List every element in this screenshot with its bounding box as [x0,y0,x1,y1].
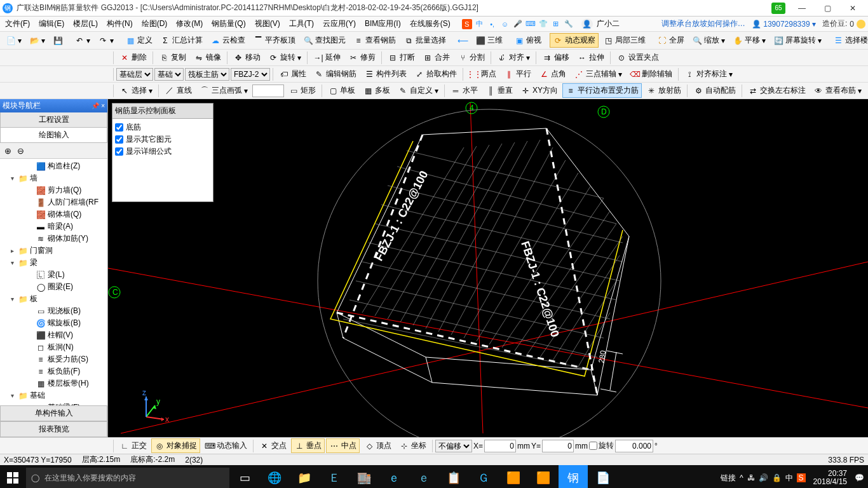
rebar-display-panel[interactable]: 钢筋显示控制面板 底筋 显示其它图元 显示详细公式 [112,103,214,202]
vertex-button[interactable]: ◇顶点 [361,438,395,453]
beans-counter[interactable]: 造价豆:0 [822,18,865,29]
two-point-button[interactable]: ⋮⋮两点 [466,67,499,81]
tree-node[interactable]: ≋砌体加筋(Y) [0,233,107,245]
select-floor-button[interactable]: ☰选择楼层 [830,33,868,48]
move-button[interactable]: ✥移动 [230,50,264,65]
fullscreen-button[interactable]: ⛶全屏 [654,33,688,48]
layer-select[interactable]: 基础层 [116,68,153,81]
tray-sound-icon[interactable]: 🔊 [759,473,768,482]
tree-node[interactable]: ▸📁门窗洞 [0,245,107,257]
vert-button[interactable]: ║垂直 [482,83,516,98]
draw-input[interactable] [252,85,284,97]
tray-up-icon[interactable]: ^ [740,473,743,482]
copy-button[interactable]: ⎘复制 [156,50,189,65]
menu-modify[interactable]: 修改(M) [173,18,205,29]
task-app-6[interactable]: ｅ [409,465,438,488]
task-app-active[interactable]: 钢 [559,465,588,488]
tray-notifications-icon[interactable]: 💬 [855,473,864,482]
define-button[interactable]: ▦定义 [122,33,156,48]
tree-node[interactable]: ▾📁墙 [0,172,107,184]
point-angle-button[interactable]: ∠点角 [536,67,569,81]
tray-sogou-icon[interactable]: S [797,473,806,482]
tree-node[interactable]: 🧱剪力墙(Q) [0,184,107,196]
menu-bim[interactable]: BIM应用(I) [362,18,403,29]
tab-project-setting[interactable]: 工程设置 [0,112,107,128]
menu-online[interactable]: 在线服务(S) [407,18,453,29]
menu-draw[interactable]: 绘图(D) [139,18,170,29]
attribute-button[interactable]: 🏷属性 [276,67,309,81]
dynamic-input-button[interactable]: ⌨动态输入 [201,438,250,453]
tree-node[interactable]: ▦楼层板带(H) [0,377,107,390]
tree-node[interactable]: 🧱砌体墙(Q) [0,208,107,220]
chk-show-formula[interactable]: 显示详细公式 [115,146,210,158]
notify-badge[interactable]: 65 [771,3,785,14]
pick-component-button[interactable]: ⤢拾取构件 [411,67,460,81]
tree-node[interactable]: ≡板负筋(F) [0,365,107,377]
split-button[interactable]: ⑂分割 [454,50,488,65]
offset-mode-select[interactable]: 不偏移 [435,440,472,452]
tree-node[interactable]: 🇱梁(L) [0,269,107,281]
local-3d-button[interactable]: ◳局部三维 [600,33,649,48]
chk-show-other[interactable]: 显示其它图元 [115,133,210,146]
task-app-5[interactable]: ｅ [379,465,409,488]
type-select[interactable]: 筏板主筋 [185,68,229,81]
intersection-button[interactable]: ✕交点 [256,438,290,453]
tree-node[interactable]: ◯圈梁(E) [0,281,107,293]
tab-single-input[interactable]: 单构件输入 [0,405,107,421]
task-app-10[interactable]: 🟧 [529,465,558,488]
rotate-input[interactable] [615,440,653,452]
zoom-button[interactable]: 🔍缩放▾ [689,33,728,48]
avatar-icon[interactable]: 👤 [581,18,593,30]
tree-node[interactable]: ◻板洞(N) [0,341,107,353]
coordinate-button[interactable]: ⊹坐标 [396,438,430,453]
ime-icon-skin[interactable]: 👕 [538,19,548,29]
ime-icon-tool[interactable]: 🔧 [564,19,574,29]
task-app-3[interactable]: Ｅ [320,465,349,488]
setpoint-button[interactable]: ⊙设置夹点 [613,50,662,65]
save-button[interactable]: 💾 [50,34,66,48]
find-button[interactable]: 🔍查找图元 [300,33,349,48]
component-list-button[interactable]: ☰构件列表 [361,67,410,81]
phone-number[interactable]: 👤 13907298339 ▾ [752,20,816,29]
nav-tree[interactable]: 🟦构造柱(Z)▾📁墙🧱剪力墙(Q)🚪人防门框墙(RF🧱砌体墙(Q)▬暗梁(A)≋… [0,159,107,405]
view-rebar-button[interactable]: ≡查看钢筋 [350,33,399,48]
horiz-button[interactable]: ═水平 [447,83,481,98]
batch-select-button[interactable]: ⧉批量选择 [400,33,449,48]
task-app-8[interactable]: Ｇ [469,465,498,488]
topview-button[interactable]: ▣俯视 [511,33,545,48]
arc3-button[interactable]: ⌒三点画弧▾ [196,83,251,98]
single-board-button[interactable]: ▢单板 [325,83,358,98]
task-app-11[interactable]: 📄 [588,465,618,488]
tree-node[interactable]: 🌀螺旋板(B) [0,317,107,329]
close-button[interactable]: ✕ [840,1,865,15]
plat-button[interactable]: ▔平齐板顶 [250,33,299,48]
perpendicular-button[interactable]: ⊥垂点 [291,438,325,453]
tree-node[interactable]: ▬暗梁(A) [0,220,107,233]
menu-floor[interactable]: 楼层(L) [71,18,100,29]
open-button[interactable]: 📂▾ [26,34,48,48]
three-aux-button[interactable]: ⋰三点辅轴▾ [571,67,625,81]
task-app-9[interactable]: 🟧 [499,465,528,488]
rect-button[interactable]: ▭矩形 [285,83,319,98]
ime-icon-box[interactable]: ⊞ [551,19,561,29]
tree-node[interactable]: ⬛柱帽(V) [0,329,107,341]
ime-icon-smile[interactable]: ☺ [500,19,510,29]
x-input[interactable] [484,440,516,452]
menu-cloud[interactable]: 云应用(Y) [320,18,358,29]
rotate-checkbox[interactable] [589,442,597,450]
multi-board-button[interactable]: ▦多板 [360,83,393,98]
avatar-name[interactable]: 广小二 [597,18,620,29]
minimize-button[interactable]: — [789,1,815,15]
osnap-button[interactable]: ◎对象捕捉 [151,438,200,453]
ime-icon-mic[interactable]: 🎤 [513,19,523,29]
align-mark-button[interactable]: ⟟对齐标注▾ [681,67,736,81]
task-app-7[interactable]: 📋 [439,465,468,488]
new-button[interactable]: 📄▾ [3,34,25,48]
tree-node[interactable]: 🚪人防门框墙(RF [0,196,107,208]
tray-network-icon[interactable]: 🖧 [747,473,755,482]
pin-icon[interactable]: 📌 × [92,102,105,109]
mirror-button[interactable]: ⇋镜像 [191,50,224,65]
tab-draw-input[interactable]: 绘图输入 [0,128,107,143]
align-button[interactable]: ⫝̸对齐▾ [494,50,533,65]
back-button[interactable]: ⟵ [454,34,471,48]
